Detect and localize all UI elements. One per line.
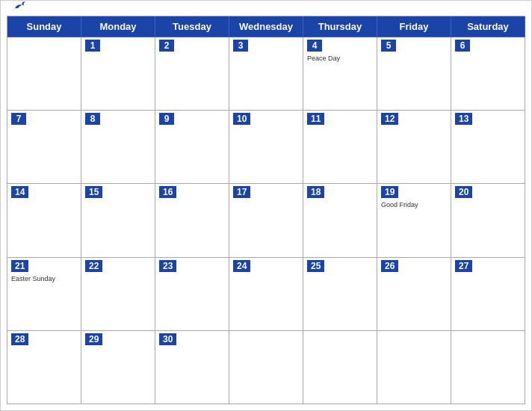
day-number: 17	[233, 186, 250, 198]
week-row-3: 141516171819Good Friday20	[7, 184, 525, 257]
day-number: 18	[307, 186, 324, 198]
day-number: 23	[159, 260, 176, 272]
holiday-label: Peace Day	[307, 55, 373, 62]
day-number: 14	[11, 186, 28, 198]
day-number: 1	[85, 40, 100, 52]
day-number: 28	[11, 333, 28, 345]
logo-area	[12, 7, 27, 13]
day-number: 4	[307, 40, 322, 52]
day-cell	[377, 331, 451, 404]
day-cell: 3	[229, 37, 303, 110]
day-number: 11	[307, 113, 324, 125]
day-number: 21	[11, 260, 28, 272]
day-number: 19	[381, 186, 398, 198]
day-cell: 30	[155, 331, 229, 404]
day-cell: 1	[81, 37, 155, 110]
holiday-label: Good Friday	[381, 201, 447, 208]
day-header-tuesday: Tuesday	[155, 16, 229, 37]
day-cell: 7	[7, 111, 81, 183]
day-cell	[303, 331, 377, 404]
day-cell: 6	[451, 37, 525, 110]
day-number: 6	[455, 40, 470, 52]
day-number: 20	[455, 186, 472, 198]
day-header-sunday: Sunday	[7, 16, 81, 37]
day-cell: 21Easter Sunday	[7, 258, 81, 330]
logo-bird-icon	[13, 0, 27, 13]
day-number: 16	[159, 186, 176, 198]
day-number: 12	[381, 113, 398, 125]
day-cell: 18	[303, 184, 377, 256]
day-cell: 25	[303, 258, 377, 330]
day-header-wednesday: Wednesday	[229, 16, 303, 37]
calendar-container: SundayMondayTuesdayWednesdayThursdayFrid…	[0, 0, 532, 411]
day-cell: 11	[303, 111, 377, 183]
day-cell: 19Good Friday	[377, 184, 451, 256]
week-row-1: 1234Peace Day56	[7, 37, 525, 111]
day-cell: 13	[451, 111, 525, 183]
weeks-container: 1234Peace Day5678910111213141516171819Go…	[7, 37, 525, 404]
day-cell	[7, 37, 81, 110]
day-cell: 20	[451, 184, 525, 256]
day-cell: 28	[7, 331, 81, 404]
day-number: 24	[233, 260, 250, 272]
day-number: 2	[159, 40, 174, 52]
day-number: 5	[381, 40, 396, 52]
holiday-label: Easter Sunday	[11, 275, 77, 282]
week-row-4: 21Easter Sunday222324252627	[7, 258, 525, 331]
day-number: 8	[85, 113, 100, 125]
day-number: 26	[381, 260, 398, 272]
day-cell: 12	[377, 111, 451, 183]
day-cell: 4Peace Day	[303, 37, 377, 110]
day-header-monday: Monday	[81, 16, 155, 37]
day-header-thursday: Thursday	[303, 16, 377, 37]
week-row-5: 282930	[7, 331, 525, 404]
day-number: 3	[233, 40, 248, 52]
day-cell: 17	[229, 184, 303, 256]
day-cell: 24	[229, 258, 303, 330]
day-cell	[451, 331, 525, 404]
day-number: 29	[85, 333, 102, 345]
day-cell: 16	[155, 184, 229, 256]
day-cell: 2	[155, 37, 229, 110]
day-number: 25	[307, 260, 324, 272]
day-cell: 10	[229, 111, 303, 183]
day-cell	[229, 331, 303, 404]
day-cell: 8	[81, 111, 155, 183]
calendar-header	[1, 1, 531, 16]
day-number: 27	[455, 260, 472, 272]
day-number: 10	[233, 113, 250, 125]
day-header-friday: Friday	[377, 16, 451, 37]
day-cell: 22	[81, 258, 155, 330]
day-cell: 5	[377, 37, 451, 110]
day-number: 7	[11, 113, 26, 125]
day-number: 22	[85, 260, 102, 272]
day-cell: 23	[155, 258, 229, 330]
day-cell: 26	[377, 258, 451, 330]
day-cell: 15	[81, 184, 155, 256]
day-header-saturday: Saturday	[451, 16, 525, 37]
day-cell: 29	[81, 331, 155, 404]
day-number: 9	[159, 113, 174, 125]
day-number: 30	[159, 333, 176, 345]
day-number: 15	[85, 186, 102, 198]
day-number: 13	[455, 113, 472, 125]
day-cell: 14	[7, 184, 81, 256]
week-row-2: 78910111213	[7, 111, 525, 184]
day-cell: 9	[155, 111, 229, 183]
day-cell: 27	[451, 258, 525, 330]
day-headers-row: SundayMondayTuesdayWednesdayThursdayFrid…	[7, 16, 525, 37]
calendar-grid: SundayMondayTuesdayWednesdayThursdayFrid…	[7, 16, 525, 404]
